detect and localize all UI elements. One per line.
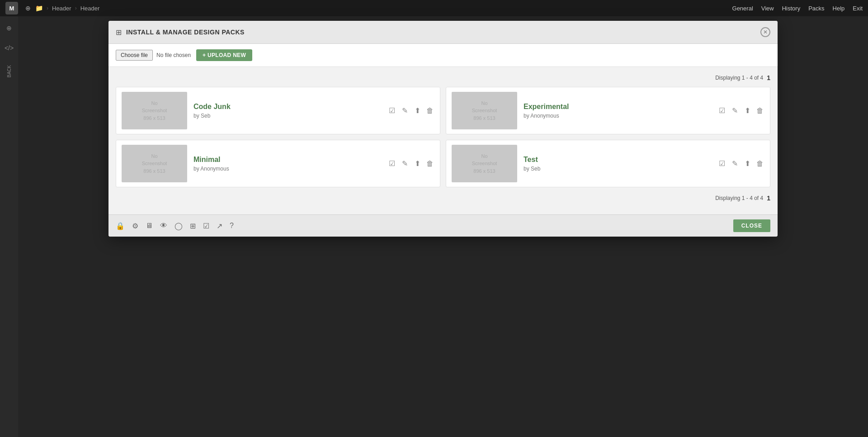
nav-history[interactable]: History <box>782 5 800 12</box>
pack-screenshot-minimal: NoScreenshot896 x 513 <box>122 145 187 182</box>
folder-icon[interactable]: 📁 <box>35 5 43 12</box>
modal-title-area: ⊞ INSTALL & MANAGE DESIGN PACKS <box>116 28 245 37</box>
pack-screenshot-test: NoScreenshot896 x 513 <box>452 145 517 182</box>
modal-body: Displaying 1 - 4 of 4 1 NoScreenshot896 … <box>108 67 778 214</box>
upload-new-button[interactable]: + UPLOAD NEW <box>196 49 252 61</box>
pack-card-code-junk: NoScreenshot896 x 513 Code Junk by Seb ☑… <box>116 87 440 134</box>
breadcrumb-sep-1: › <box>47 5 48 11</box>
pack-upload-icon-test[interactable]: ⬆ <box>743 159 752 168</box>
displaying-text-bottom: Displaying 1 - 4 of 4 <box>715 195 763 201</box>
pack-delete-icon-minimal[interactable]: 🗑 <box>425 159 434 168</box>
footer-check-icon[interactable]: ☑ <box>203 222 209 230</box>
nav-help[interactable]: Help <box>833 5 845 12</box>
footer-lock-icon[interactable]: 🔒 <box>116 222 125 230</box>
nav-general[interactable]: General <box>732 5 753 12</box>
left-sidebar: ⊕ </> BACK <box>0 16 18 437</box>
modal-dialog: ⊞ INSTALL & MANAGE DESIGN PACKS ✕ Choose… <box>108 21 778 237</box>
app-logo: M <box>5 2 18 14</box>
pack-edit-icon-test[interactable]: ✎ <box>730 159 739 168</box>
no-file-chosen-label: No file chosen <box>156 52 191 58</box>
sidebar-icon-code[interactable]: </> <box>3 42 15 54</box>
breadcrumb-2[interactable]: Header <box>80 5 100 12</box>
modal-overlay: ⊞ INSTALL & MANAGE DESIGN PACKS ✕ Choose… <box>18 16 868 437</box>
top-nav-right: General View History Packs Help Exit <box>732 5 863 12</box>
pack-upload-icon-code-junk[interactable]: ⬆ <box>413 106 422 115</box>
modal-title-icon: ⊞ <box>116 28 122 37</box>
pack-screenshot-experimental: NoScreenshot896 x 513 <box>452 92 517 129</box>
displaying-count-top: Displaying 1 - 4 of 4 1 <box>116 74 770 81</box>
pack-edit-icon-minimal[interactable]: ✎ <box>400 159 409 168</box>
nav-packs[interactable]: Packs <box>808 5 824 12</box>
pack-card-experimental: NoScreenshot896 x 513 Experimental by An… <box>446 87 770 134</box>
pack-export-icon-experimental[interactable]: ☑ <box>717 106 726 115</box>
pack-actions-minimal: ☑ ✎ ⬆ 🗑 <box>387 159 434 168</box>
modal-footer: 🔒 ⚙ 🖥 👁 ◯ ⊞ ☑ ↗ ? CLOSE <box>108 214 778 237</box>
footer-icons: 🔒 ⚙ 🖥 👁 ◯ ⊞ ☑ ↗ ? <box>116 222 234 230</box>
breadcrumb-sep-2: › <box>75 5 77 11</box>
displaying-text-top: Displaying 1 - 4 of 4 <box>715 75 763 81</box>
modal-title: INSTALL & MANAGE DESIGN PACKS <box>126 28 245 36</box>
pack-export-icon-minimal[interactable]: ☑ <box>387 159 396 168</box>
pack-delete-icon-test[interactable]: 🗑 <box>755 159 764 168</box>
footer-help-icon[interactable]: ? <box>230 222 234 230</box>
footer-display-icon[interactable]: 🖥 <box>146 222 153 230</box>
close-button[interactable]: CLOSE <box>733 219 770 232</box>
nav-exit[interactable]: Exit <box>853 5 863 12</box>
pack-actions-code-junk: ☑ ✎ ⬆ 🗑 <box>387 106 434 115</box>
nav-view[interactable]: View <box>761 5 774 12</box>
pack-delete-icon-code-junk[interactable]: 🗑 <box>425 106 434 115</box>
top-nav: M ⊕ 📁 › Header › Header General View His… <box>0 0 868 16</box>
choose-file-button[interactable]: Choose file <box>116 50 153 61</box>
top-nav-icons: ⊕ 📁 <box>25 5 43 12</box>
pack-card-test: NoScreenshot896 x 513 Test by Seb ☑ ✎ ⬆ … <box>446 140 770 187</box>
sidebar-back-label[interactable]: BACK <box>7 65 12 77</box>
pack-upload-icon-minimal[interactable]: ⬆ <box>413 159 422 168</box>
footer-settings-icon[interactable]: ⚙ <box>132 222 138 230</box>
pack-screenshot-code-junk: NoScreenshot896 x 513 <box>122 92 187 129</box>
displaying-count-bottom: Displaying 1 - 4 of 4 1 <box>116 195 770 202</box>
upload-bar: Choose file No file chosen + UPLOAD NEW <box>108 44 778 67</box>
pack-edit-icon-experimental[interactable]: ✎ <box>730 106 739 115</box>
breadcrumb-1[interactable]: Header <box>52 5 71 12</box>
pack-delete-icon-experimental[interactable]: 🗑 <box>755 106 764 115</box>
pack-actions-test: ☑ ✎ ⬆ 🗑 <box>717 159 764 168</box>
footer-eye-icon[interactable]: 👁 <box>160 222 167 230</box>
footer-circle-icon[interactable]: ◯ <box>175 222 183 230</box>
pack-upload-icon-experimental[interactable]: ⬆ <box>743 106 752 115</box>
footer-grid-icon[interactable]: ⊞ <box>190 222 196 230</box>
page-number-bottom[interactable]: 1 <box>767 195 770 202</box>
modal-header: ⊞ INSTALL & MANAGE DESIGN PACKS ✕ <box>108 21 778 44</box>
packs-grid: NoScreenshot896 x 513 Code Junk by Seb ☑… <box>116 87 770 187</box>
pack-export-icon-test[interactable]: ☑ <box>717 159 726 168</box>
file-input-wrapper: Choose file No file chosen <box>116 50 191 61</box>
pack-actions-experimental: ☑ ✎ ⬆ 🗑 <box>717 106 764 115</box>
pack-edit-icon-code-junk[interactable]: ✎ <box>400 106 409 115</box>
add-icon[interactable]: ⊕ <box>25 5 31 12</box>
pack-card-minimal: NoScreenshot896 x 513 Minimal by Anonymo… <box>116 140 440 187</box>
modal-close-x-button[interactable]: ✕ <box>760 27 770 37</box>
page-number-top[interactable]: 1 <box>767 74 770 81</box>
pack-export-icon-code-junk[interactable]: ☑ <box>387 106 396 115</box>
footer-export-icon[interactable]: ↗ <box>217 222 222 230</box>
sidebar-icon-add[interactable]: ⊕ <box>3 22 15 34</box>
